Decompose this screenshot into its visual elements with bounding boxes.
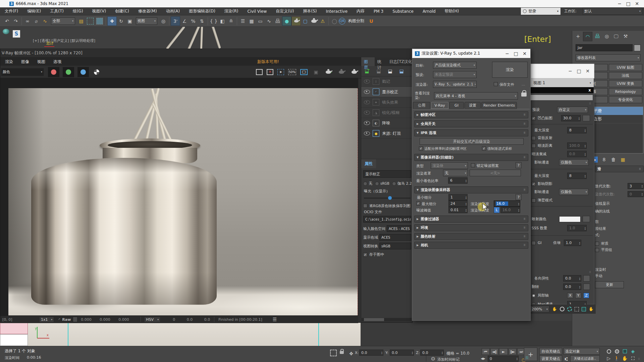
vfb-menu-view[interactable]: 视图 (37, 59, 45, 65)
update-button[interactable]: 更新 (595, 281, 624, 288)
vfb-menu-image[interactable]: 图像 (21, 59, 29, 65)
target-dropdown[interactable]: 产品级渲染模式▾ (433, 62, 477, 69)
layer-row-display-correction[interactable]: ◜ 显示校正 (361, 87, 413, 97)
menu-views[interactable]: 视图(V) (92, 8, 106, 14)
pan-hand-icon[interactable]: ✋ (552, 307, 557, 311)
lock-view-icon[interactable] (521, 93, 527, 97)
menu-tools[interactable]: 工具(T) (50, 8, 64, 14)
key-filters-button[interactable]: 关键点过滤器.. (570, 355, 600, 362)
tab-settings[interactable]: 设置 (465, 102, 481, 109)
current-frame-field[interactable]: 0▴▾ (488, 356, 519, 362)
workspace-dropdown[interactable]: 默认▾ (583, 8, 642, 15)
modifier-button-prooptimizer[interactable]: 专业优化 (609, 96, 643, 103)
vfb-region-icon[interactable]: ➤ (277, 69, 284, 75)
mtl-close-button[interactable]: ✕ (583, 67, 592, 75)
material-editor-icon[interactable]: ● (282, 16, 291, 26)
force-progressive-checkbox[interactable]: ✓ (482, 146, 486, 150)
stack-item-editable-poly[interactable]: 多边形 (586, 115, 643, 123)
red-channel-icon[interactable] (48, 67, 59, 77)
bump-field[interactable]: 30.0▴▾ (561, 115, 581, 121)
rotation-field[interactable]: 0.0▴▾ (563, 284, 581, 290)
xyz-transform-icon[interactable]: ✥ (347, 349, 356, 358)
render-setup-icon[interactable] (291, 16, 301, 26)
menu-edit[interactable]: 编辑(E) (27, 8, 41, 14)
save-file-browse[interactable]: ... (522, 82, 525, 86)
play-button[interactable]: ► (499, 348, 508, 355)
render-mask-dropdown[interactable]: 无▾ (443, 170, 468, 176)
maximize-viewport-icon[interactable]: ⛶ (630, 355, 636, 361)
scatter-color-swatch[interactable] (559, 216, 581, 222)
menu-customize[interactable]: 自定义(U) (276, 8, 294, 14)
zoom-tool-icon[interactable] (560, 307, 565, 311)
snap-toggle-3d-icon[interactable]: 3³ (171, 16, 180, 26)
key-mode-toggle-icon[interactable]: ◂▸ (480, 355, 486, 361)
anisotropy-field[interactable]: 0.0▴▾ (563, 275, 581, 282)
menu-animation[interactable]: 动画(A) (166, 8, 180, 14)
x-coordinate-field[interactable]: 0.0▴▾ (359, 350, 383, 356)
ribbon-icon[interactable]: ▭ (256, 17, 265, 25)
mtl-close-x[interactable]: x (588, 88, 591, 93)
bucket-width-field[interactable]: 16.0▴▾ (494, 200, 520, 207)
menu-pm3[interactable]: PM 3 (374, 9, 383, 14)
rendered-frame-window-icon[interactable]: ▢ (301, 17, 310, 25)
utilities-tab-icon[interactable]: ⚒ (621, 32, 630, 41)
vfb-hsv-dropdown[interactable]: HSV▾ (144, 317, 160, 322)
zoom-extents-icon[interactable] (575, 307, 579, 311)
bind-spacewarp-icon[interactable]: ∿ (41, 17, 49, 25)
window-maximize-button[interactable]: □ (624, 0, 633, 7)
layer-row-lens-effects[interactable]: ✦ 镜头效果 (361, 97, 413, 108)
side-panel-scrollbar[interactable] (361, 318, 413, 321)
gi-mult-field[interactable]: 1.0▴▾ (564, 240, 581, 246)
configure-modifier-sets-icon[interactable]: ▦ (620, 157, 626, 163)
preset-dropdown[interactable]: 未选定预设▾ (433, 71, 477, 78)
bump-checkbox[interactable]: ✓ (532, 116, 536, 120)
undo-icon[interactable]: ↶ (3, 17, 11, 25)
alpha-channel-icon[interactable] (92, 68, 101, 76)
select-rotate-icon[interactable]: ↻ (117, 17, 125, 25)
reference-coordinate-dropdown[interactable]: 视图▾ (136, 17, 157, 25)
halo-icon[interactable]: ◯ (330, 17, 339, 25)
align-icon[interactable]: ≞ (227, 17, 235, 25)
menu-group[interactable]: 组(G) (73, 8, 83, 14)
maxscript-listener-white[interactable] (0, 334, 28, 346)
vfb-channel-dropdown[interactable]: 颜色▾ (1, 68, 44, 76)
dialog-maximize-button[interactable]: □ (512, 50, 520, 57)
axis-x-button[interactable]: X (567, 293, 573, 298)
zoom-region-icon[interactable] (567, 307, 572, 311)
set-key-button[interactable]: 设置关键点 (539, 355, 562, 362)
mirror-icon[interactable]: ◧ (218, 17, 227, 25)
window-close-button[interactable]: ✕ (633, 0, 641, 7)
remove-modifier-icon[interactable]: 🗑 (610, 157, 616, 163)
modifier-button-uvw-map[interactable]: UVW 贴图 (609, 64, 643, 71)
select-move-icon[interactable]: ✚ (107, 16, 117, 26)
u-plugin-icon[interactable]: U (367, 17, 376, 25)
lock-noise-checkbox[interactable]: ✓ (471, 163, 475, 167)
material-checkbox[interactable]: ✓ (595, 242, 599, 246)
tab-gi[interactable]: GI (449, 102, 464, 109)
properties-tab[interactable]: 属性 (361, 159, 376, 168)
dim-distance-checkbox[interactable]: ✓ (532, 144, 536, 148)
create-tab-icon[interactable]: ＋ (574, 32, 582, 41)
vfb-zoom-badge-icon[interactable]: 50% (288, 69, 296, 75)
bump-map-button[interactable] (583, 115, 590, 121)
stack-item-turbosmooth[interactable]: 轮平滑 (586, 107, 643, 115)
hierarchy-tab-icon[interactable]: 品 (593, 32, 602, 41)
zoom-extents-all-icon[interactable]: ◈ (630, 348, 636, 354)
zoom-icon[interactable] (606, 348, 612, 354)
mtl-view-tab-row[interactable]: 视图 1 ▾ (531, 78, 594, 87)
dialog-titlebar[interactable]: 3 渲染设置: V-Ray 5, update 2.1 ─ □ ✕ (412, 49, 530, 58)
redo-icon[interactable]: ↷ (11, 17, 20, 25)
object-color-swatch[interactable] (634, 45, 641, 51)
display-gamut-dropdown[interactable]: ACES (379, 234, 411, 241)
vfb-titlebar[interactable]: V-Ray 帧缓冲区 - [100.0% of 1280 x 720] (0, 49, 412, 58)
next-frame-button[interactable]: ‖► (508, 348, 517, 355)
layer-manager-icon[interactable]: ▦ (247, 17, 256, 25)
tab-render-elements[interactable]: Render Elements (481, 102, 517, 109)
vfb-clear-icon[interactable]: ✕ (267, 69, 273, 75)
zoom-extents-cube-icon[interactable] (622, 348, 628, 354)
scatter-map-button[interactable] (583, 216, 590, 222)
vfb-tab-stats[interactable]: 统计 (375, 57, 388, 66)
layer-add-icon[interactable]: ⬓+ (364, 68, 371, 74)
green-channel-icon[interactable] (63, 67, 74, 77)
save-rgb-checkbox[interactable]: ✓ (363, 204, 367, 208)
